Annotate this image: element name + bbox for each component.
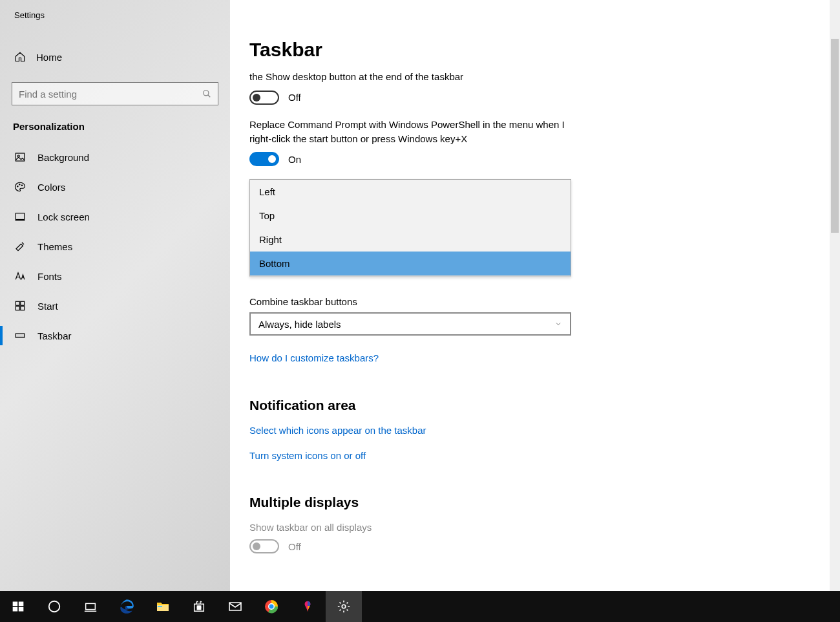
scrollbar[interactable] bbox=[830, 0, 840, 591]
svg-rect-16 bbox=[19, 602, 24, 606]
setting-show-desktop: the Show desktop button at the end of th… bbox=[249, 70, 585, 105]
svg-rect-25 bbox=[199, 606, 200, 607]
svg-rect-27 bbox=[199, 608, 200, 609]
svg-rect-26 bbox=[197, 608, 198, 609]
svg-rect-18 bbox=[19, 607, 24, 612]
themes-icon bbox=[14, 241, 26, 252]
dropdown-option-top[interactable]: Top bbox=[250, 204, 571, 228]
window-title: Settings bbox=[0, 8, 230, 20]
sidebar-item-background[interactable]: Background bbox=[0, 142, 230, 172]
svg-rect-24 bbox=[197, 606, 198, 607]
svg-rect-20 bbox=[86, 603, 96, 609]
toggle-state-label: Off bbox=[288, 541, 301, 552]
svg-point-4 bbox=[17, 186, 19, 188]
windows-icon bbox=[12, 600, 25, 613]
svg-rect-14 bbox=[16, 336, 25, 338]
search-box[interactable] bbox=[12, 82, 218, 105]
svg-point-0 bbox=[204, 91, 209, 96]
toggle-powershell[interactable] bbox=[249, 152, 279, 166]
svg-rect-11 bbox=[16, 306, 19, 310]
start-icon bbox=[14, 300, 26, 312]
sidebar-item-label: Colors bbox=[37, 182, 65, 193]
sidebar-item-label: Fonts bbox=[37, 271, 62, 282]
taskview-icon bbox=[83, 599, 98, 614]
search-input[interactable] bbox=[19, 89, 202, 100]
combine-dropdown[interactable]: Always, hide labels bbox=[249, 312, 571, 336]
setting-desc: Replace Command Prompt with Windows Powe… bbox=[249, 118, 585, 146]
link-select-icons[interactable]: Select which icons appear on the taskbar bbox=[249, 425, 840, 436]
chrome-icon bbox=[264, 599, 279, 614]
sidebar-item-label: Taskbar bbox=[37, 330, 72, 341]
multi-desc: Show taskbar on all displays bbox=[249, 522, 840, 533]
windows-taskbar bbox=[0, 591, 840, 622]
svg-rect-10 bbox=[21, 301, 25, 305]
dropdown-option-bottom[interactable]: Bottom bbox=[250, 252, 571, 275]
sidebar-item-fonts[interactable]: Fonts bbox=[0, 261, 230, 291]
cortana-button[interactable] bbox=[36, 591, 72, 622]
sidebar-item-label: Background bbox=[37, 152, 89, 163]
svg-rect-23 bbox=[158, 606, 162, 607]
sidebar-item-taskbar[interactable]: Taskbar bbox=[0, 321, 230, 350]
fonts-icon bbox=[14, 270, 26, 282]
taskbar-location-dropdown[interactable]: Left Top Right Bottom bbox=[249, 179, 571, 277]
sidebar-item-lockscreen[interactable]: Lock screen bbox=[0, 202, 230, 231]
taskbar-app-settings[interactable] bbox=[326, 591, 362, 622]
taskbar-app-edge[interactable] bbox=[109, 591, 145, 622]
paint-icon bbox=[300, 599, 315, 614]
page-title: Taskbar bbox=[249, 39, 840, 61]
link-system-icons[interactable]: Turn system icons on or off bbox=[249, 450, 840, 461]
palette-icon bbox=[14, 181, 26, 193]
mail-icon bbox=[227, 599, 243, 614]
dropdown-option-right[interactable]: Right bbox=[250, 228, 571, 252]
sidebar-item-start[interactable]: Start bbox=[0, 291, 230, 321]
combine-value: Always, hide labels bbox=[258, 319, 341, 330]
dropdown-option-left[interactable]: Left bbox=[250, 180, 571, 204]
store-icon bbox=[192, 599, 206, 614]
taskbar-app-chrome[interactable] bbox=[253, 591, 289, 622]
taskbar-app-explorer[interactable] bbox=[145, 591, 181, 622]
taskbar-app-store[interactable] bbox=[181, 591, 217, 622]
sidebar-nav: Background Colors Lock screen Themes Fon… bbox=[0, 142, 230, 350]
svg-rect-15 bbox=[13, 602, 18, 606]
chevron-down-icon bbox=[554, 320, 562, 328]
lockscreen-icon bbox=[14, 211, 26, 222]
toggle-multi-displays bbox=[249, 539, 279, 553]
nav-home[interactable]: Home bbox=[0, 43, 230, 70]
taskbar-app-mail[interactable] bbox=[217, 591, 253, 622]
image-icon bbox=[14, 151, 26, 163]
start-button[interactable] bbox=[0, 591, 36, 622]
notification-area-heading: Notification area bbox=[249, 398, 840, 413]
svg-rect-7 bbox=[16, 213, 25, 220]
task-view-button[interactable] bbox=[72, 591, 109, 622]
sidebar-item-themes[interactable]: Themes bbox=[0, 231, 230, 261]
setting-powershell: Replace Command Prompt with Windows Powe… bbox=[249, 118, 585, 167]
svg-rect-17 bbox=[13, 607, 18, 612]
settings-sidebar: Settings Home Personalization Background bbox=[0, 0, 230, 591]
home-icon bbox=[14, 51, 26, 63]
circle-icon bbox=[47, 599, 61, 614]
sidebar-item-label: Themes bbox=[37, 241, 72, 252]
svg-point-30 bbox=[269, 605, 274, 609]
sidebar-item-label: Start bbox=[37, 301, 58, 312]
toggle-state-label: On bbox=[288, 154, 301, 165]
svg-point-19 bbox=[49, 601, 60, 612]
sidebar-item-colors[interactable]: Colors bbox=[0, 172, 230, 202]
folder-icon bbox=[155, 599, 171, 614]
svg-rect-12 bbox=[21, 306, 25, 310]
toggle-show-desktop[interactable] bbox=[249, 91, 279, 105]
scrollbar-thumb[interactable] bbox=[831, 39, 839, 233]
gear-icon bbox=[337, 599, 351, 614]
svg-line-1 bbox=[208, 95, 211, 98]
help-link-customize[interactable]: How do I customize taskbars? bbox=[249, 352, 379, 363]
svg-rect-2 bbox=[16, 153, 25, 161]
taskbar-icon bbox=[14, 330, 26, 341]
nav-home-label: Home bbox=[36, 52, 62, 63]
toggle-state-label: Off bbox=[288, 92, 301, 103]
svg-point-31 bbox=[342, 605, 346, 608]
sidebar-item-label: Lock screen bbox=[37, 211, 90, 222]
search-icon bbox=[202, 89, 211, 98]
edge-icon bbox=[118, 598, 135, 615]
combine-label: Combine taskbar buttons bbox=[249, 296, 840, 307]
taskbar-app-paint3d[interactable] bbox=[289, 591, 326, 622]
setting-desc: the Show desktop button at the end of th… bbox=[249, 70, 585, 84]
